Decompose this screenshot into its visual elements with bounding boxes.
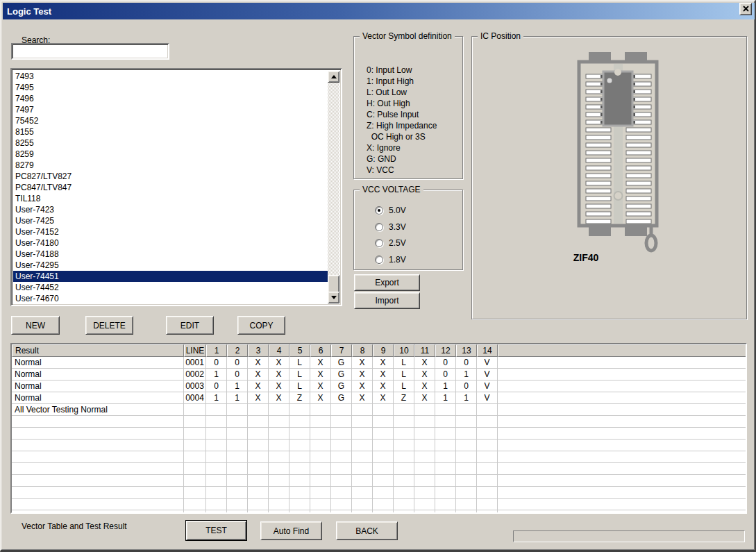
table-row[interactable] xyxy=(12,440,746,451)
list-item[interactable]: 75452 xyxy=(13,115,328,126)
list-item[interactable]: 7496 xyxy=(13,93,328,104)
table-row[interactable] xyxy=(12,451,746,463)
scrollbar-thumb[interactable] xyxy=(328,275,339,293)
list-item[interactable]: TIL118 xyxy=(13,193,328,204)
table-row[interactable] xyxy=(12,487,746,499)
list-item[interactable]: 7495 xyxy=(13,82,328,93)
radio-icon[interactable] xyxy=(375,256,383,264)
pin-cell: 1 xyxy=(206,369,227,380)
radio-icon[interactable] xyxy=(375,239,383,247)
table-row[interactable] xyxy=(12,428,746,440)
table-row[interactable] xyxy=(12,416,746,428)
pin-cell xyxy=(289,463,310,474)
list-item[interactable]: User-74451 xyxy=(13,271,328,282)
close-icon xyxy=(743,4,749,14)
list-item[interactable]: User-74670 xyxy=(13,293,328,303)
list-item[interactable]: PC847/LTV847 xyxy=(13,182,328,193)
pin-cell xyxy=(310,416,331,427)
pin-cell xyxy=(206,440,227,451)
table-row[interactable] xyxy=(12,475,746,487)
pin-cell xyxy=(352,416,373,427)
line-cell xyxy=(184,499,206,510)
table-row[interactable]: Normal000100XXLXGXXLX00V xyxy=(12,357,746,369)
list-item[interactable]: 7493 xyxy=(13,71,328,82)
list-item[interactable]: 8259 xyxy=(13,149,328,160)
result-table[interactable]: ResultLINE1234567891011121314 Normal0001… xyxy=(10,343,747,514)
pin-cell xyxy=(227,487,248,498)
auto-find-button[interactable]: Auto Find xyxy=(260,521,322,540)
pin-cell xyxy=(477,416,498,427)
list-item[interactable]: 8279 xyxy=(13,160,328,171)
list-item[interactable]: User-74188 xyxy=(13,249,328,260)
result-cell xyxy=(12,463,184,474)
vcc-option-3.3V[interactable]: 3.3V xyxy=(375,222,406,232)
list-item[interactable]: User-7425 xyxy=(13,215,328,226)
table-row[interactable] xyxy=(12,499,746,510)
column-header: 12 xyxy=(435,344,456,357)
title-bar[interactable]: Logic Test xyxy=(3,3,755,19)
table-row[interactable]: Normal000411XXZXGXXZX11V xyxy=(12,392,746,404)
filler-cell xyxy=(498,451,746,462)
copy-button[interactable]: COPY xyxy=(237,316,285,335)
radio-selected-icon[interactable] xyxy=(375,206,383,215)
vcc-option-5.0V[interactable]: 5.0V xyxy=(375,206,406,215)
list-item[interactable]: User-74452 xyxy=(13,282,328,293)
table-row[interactable]: All Vector Testing Normal xyxy=(12,404,746,416)
delete-button[interactable]: DELETE xyxy=(85,316,133,335)
table-row[interactable]: Normal000210XXLXGXXLX01V xyxy=(12,369,746,380)
column-header: 14 xyxy=(477,344,498,357)
list-item[interactable]: User-7423 xyxy=(13,204,328,215)
scroll-up-button[interactable] xyxy=(328,71,339,83)
scroll-down-button[interactable] xyxy=(328,292,339,303)
list-item[interactable]: User-74180 xyxy=(13,237,328,249)
list-item[interactable]: PC827/LTV827 xyxy=(13,171,328,182)
pin-cell xyxy=(477,451,498,462)
list-item[interactable]: 8255 xyxy=(13,137,328,149)
radio-icon[interactable] xyxy=(375,223,383,231)
edit-button[interactable]: EDIT xyxy=(166,316,214,335)
pin-cell xyxy=(394,499,414,510)
pin-cell xyxy=(435,463,456,474)
pin-cell xyxy=(248,428,269,439)
pin-cell xyxy=(456,510,477,514)
test-button[interactable]: TEST xyxy=(186,521,246,540)
pin-cell: X xyxy=(269,357,289,368)
listbox-scrollbar[interactable] xyxy=(328,71,339,303)
table-row[interactable]: Normal000301XXLXGXXLX10V xyxy=(12,380,746,392)
list-item[interactable]: User-74152 xyxy=(13,226,328,237)
pin-cell xyxy=(456,451,477,462)
pin-cell xyxy=(227,404,248,415)
pin-cell xyxy=(373,428,394,439)
pin-cell xyxy=(206,463,227,474)
table-row[interactable] xyxy=(12,463,746,475)
pin-cell: X xyxy=(269,380,289,392)
pin-cell xyxy=(206,404,227,415)
pin-cell xyxy=(227,451,248,462)
pin-cell: X xyxy=(373,369,394,380)
pin-cell xyxy=(394,463,414,474)
pin-cell xyxy=(310,487,331,498)
line-cell: 0003 xyxy=(184,380,206,392)
export-button[interactable]: Export xyxy=(354,274,420,291)
new-button[interactable]: NEW xyxy=(11,316,60,335)
vcc-option-1.8V[interactable]: 1.8V xyxy=(375,255,406,265)
table-row[interactable] xyxy=(12,510,746,514)
vcc-option-2.5V[interactable]: 2.5V xyxy=(375,238,406,248)
vector-symbol-line: V: VCC xyxy=(367,165,437,176)
pin-cell xyxy=(373,475,394,486)
pin-cell xyxy=(310,451,331,462)
import-button[interactable]: Import xyxy=(354,292,420,309)
ic-listbox-items: 7493749574967497754528155825582598279PC8… xyxy=(13,71,328,303)
vector-symbol-line: Z: High Impedance xyxy=(367,120,437,131)
back-button[interactable]: BACK xyxy=(336,521,398,540)
close-button[interactable] xyxy=(739,3,752,15)
line-cell xyxy=(184,463,206,474)
search-input[interactable] xyxy=(11,43,169,60)
list-item[interactable]: 8155 xyxy=(13,126,328,137)
pin-cell: G xyxy=(331,380,352,392)
list-item[interactable]: 7497 xyxy=(13,104,328,115)
ic-listbox[interactable]: 7493749574967497754528155825582598279PC8… xyxy=(10,68,342,306)
pin-cell: X xyxy=(310,380,331,392)
list-item[interactable]: User-74295 xyxy=(13,260,328,271)
vector-symbol-line: X: Ignore xyxy=(367,142,437,153)
